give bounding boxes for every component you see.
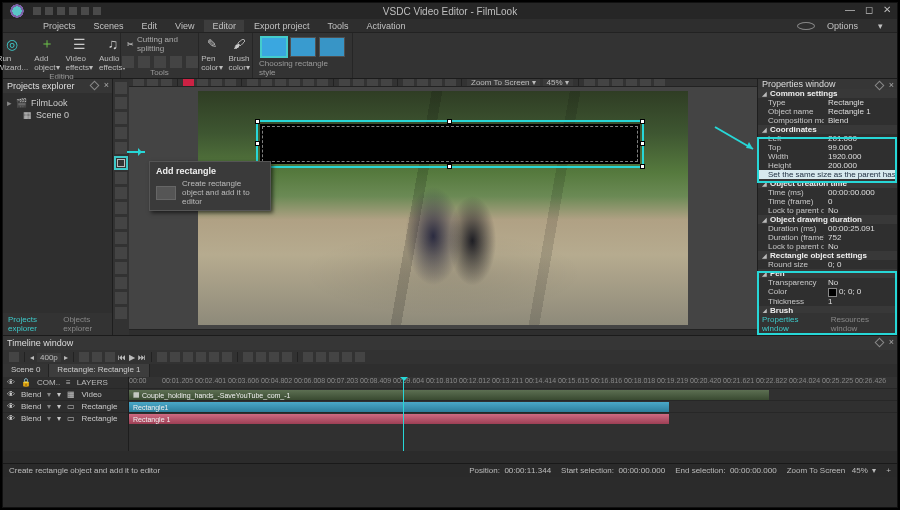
layer-row-rect2[interactable]: 👁Blend▾▾▭Rectangle — [3, 412, 128, 424]
vp-btn[interactable] — [261, 79, 272, 87]
timeline-tracks[interactable]: 00:0000:01.20500:02.40100:03.60600:04.80… — [129, 377, 897, 451]
tool-ellipse[interactable] — [115, 172, 127, 184]
menu-projects[interactable]: Projects — [35, 20, 84, 32]
clip-rect1[interactable]: Rectangle1 — [129, 402, 669, 412]
vp-btn[interactable] — [640, 79, 651, 87]
tl-tab-rectangle[interactable]: Rectangle: Rectangle 1 — [49, 364, 149, 377]
tl-btn[interactable] — [79, 352, 89, 362]
menu-view[interactable]: View — [167, 20, 202, 32]
vp-btn[interactable] — [161, 79, 172, 87]
layer-row-rect1[interactable]: 👁Blend▾▾▭Rectangle — [3, 400, 128, 412]
tl-btn[interactable] — [303, 352, 313, 362]
close-panel-icon[interactable]: × — [889, 80, 894, 90]
tl-frame-combo[interactable]: 400p — [37, 353, 61, 362]
tool-sprite[interactable] — [115, 262, 127, 274]
pin-icon[interactable] — [875, 338, 885, 348]
tl-btn[interactable] — [92, 352, 102, 362]
eye-icon[interactable]: 👁 — [7, 378, 15, 387]
tl-next-icon[interactable]: ⏭ — [138, 353, 146, 362]
viewport-scrollbar[interactable] — [129, 329, 757, 336]
tool-animation[interactable] — [115, 292, 127, 304]
close-button[interactable]: ✕ — [883, 4, 891, 15]
timeline-ruler[interactable]: 00:0000:01.20500:02.40100:03.60600:04.80… — [129, 377, 897, 388]
settings-icon[interactable] — [797, 22, 815, 30]
vp-btn[interactable] — [275, 79, 286, 87]
status-add-button[interactable]: + — [886, 466, 891, 475]
quick-access-toolbar[interactable] — [33, 7, 101, 15]
tab-projects-explorer[interactable]: Projects explorer — [3, 313, 58, 335]
pin-icon[interactable] — [90, 81, 100, 91]
vp-btn[interactable] — [339, 79, 350, 87]
maximize-button[interactable]: ◻ — [865, 4, 873, 15]
sec-coords[interactable]: Coordinates — [758, 125, 897, 134]
menu-export[interactable]: Export project — [246, 20, 318, 32]
sec-creation[interactable]: Object creation time — [758, 179, 897, 188]
tool-image[interactable] — [115, 217, 127, 229]
tool-chart[interactable] — [115, 202, 127, 214]
tree-item-scene0[interactable]: ▦Scene 0 — [7, 109, 108, 121]
prop-top[interactable]: 99.000 — [824, 143, 897, 152]
tool-btn[interactable] — [122, 56, 134, 68]
options-dropdown-icon[interactable]: ▾ — [870, 20, 891, 32]
rect-style-1[interactable] — [261, 37, 287, 57]
tool-video[interactable] — [115, 247, 127, 259]
tree-item-filmlook[interactable]: ▸🎬FilmLook — [7, 97, 108, 109]
vp-btn[interactable] — [612, 79, 623, 87]
rect-style-2[interactable] — [290, 37, 316, 57]
layers-icon[interactable]: ≡ — [66, 378, 71, 387]
sec-brush[interactable]: Brush — [758, 306, 897, 313]
tab-resources[interactable]: Resources window — [827, 313, 897, 335]
tab-objects-explorer[interactable]: Objects explorer — [58, 313, 112, 335]
timeline-scrollbar[interactable] — [3, 451, 897, 463]
vp-btn[interactable] — [133, 79, 144, 87]
tool-text[interactable] — [115, 97, 127, 109]
vp-btn[interactable] — [584, 79, 595, 87]
vp-btn[interactable] — [417, 79, 428, 87]
lock-icon[interactable]: 🔒 — [21, 378, 31, 387]
sec-rect[interactable]: Rectangle object settings — [758, 251, 897, 260]
tl-btn[interactable] — [9, 352, 19, 362]
tool-pen[interactable] — [115, 127, 127, 139]
tool-cursor[interactable] — [115, 82, 127, 94]
tl-btn[interactable] — [243, 352, 253, 362]
tool-shape[interactable] — [115, 187, 127, 199]
vp-btn[interactable] — [445, 79, 456, 87]
menu-editor[interactable]: Editor — [204, 20, 244, 32]
prop-width[interactable]: 1920.000 — [824, 152, 897, 161]
tl-prev-icon[interactable]: ⏮ — [118, 353, 126, 362]
vp-btn[interactable] — [289, 79, 300, 87]
options-label[interactable]: Options — [819, 20, 866, 32]
tl-btn[interactable] — [282, 352, 292, 362]
tl-btn[interactable] — [316, 352, 326, 362]
add-object-button[interactable]: ＋Add object▾ — [34, 35, 59, 72]
layer-row-video[interactable]: 👁Blend▾▾▦Video — [3, 388, 128, 400]
video-preview[interactable] — [198, 91, 688, 325]
tl-btn[interactable] — [222, 352, 232, 362]
tl-btn[interactable] — [170, 352, 180, 362]
tool-btn[interactable] — [186, 56, 198, 68]
tl-btn[interactable] — [183, 352, 193, 362]
sec-pen[interactable]: Pen — [758, 269, 897, 278]
menu-activation[interactable]: Activation — [358, 20, 413, 32]
tool-btn[interactable] — [138, 56, 150, 68]
zoom-value-combo[interactable]: 45%▾ — [543, 79, 573, 87]
tl-btn[interactable] — [355, 352, 365, 362]
sec-drawing[interactable]: Object drawing duration — [758, 215, 897, 224]
scissors-icon[interactable]: ✂ — [127, 40, 134, 49]
sec-common[interactable]: Common settings — [758, 89, 897, 98]
tl-btn[interactable] — [157, 352, 167, 362]
run-wizard-button[interactable]: ◎Run Wizard... — [0, 35, 28, 72]
prop-object-name[interactable]: Rectangle 1 — [824, 107, 897, 116]
rect-style-3[interactable] — [319, 37, 345, 57]
coords-hint[interactable]: Set the same size as the parent has — [758, 170, 897, 179]
rectangle-object[interactable] — [260, 124, 640, 164]
tl-btn[interactable] — [196, 352, 206, 362]
tl-btn[interactable] — [329, 352, 339, 362]
vp-btn[interactable] — [225, 79, 236, 87]
menu-scenes[interactable]: Scenes — [86, 20, 132, 32]
tl-tab-scene0[interactable]: Scene 0 — [3, 364, 49, 377]
vp-btn[interactable] — [431, 79, 442, 87]
playhead[interactable] — [403, 377, 404, 451]
tool-rectangle[interactable] — [115, 157, 127, 169]
prop-height[interactable]: 200.000 — [824, 161, 897, 170]
